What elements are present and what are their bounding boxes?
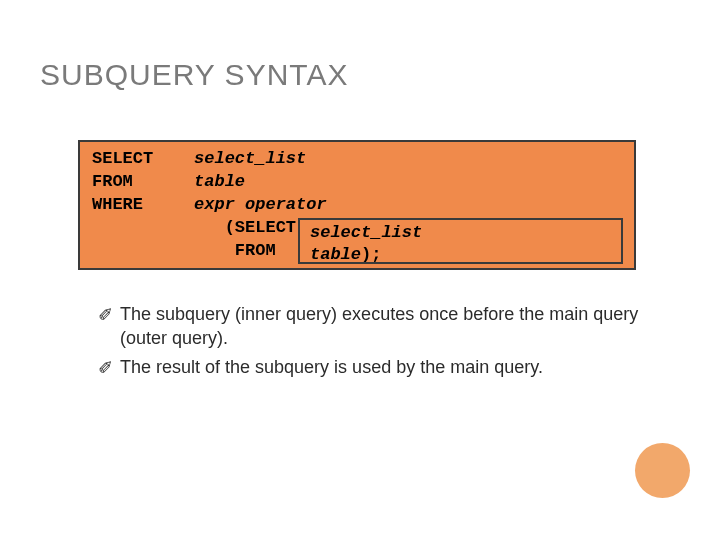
inner-code-text: select_list table); — [310, 222, 422, 266]
kw-where: WHERE — [92, 195, 143, 214]
kw-inner-select: SELECT — [235, 218, 296, 237]
code-block-outer: SELECT select_list FROM table WHERE expr… — [78, 140, 636, 270]
it-expr-operator: expr operator — [194, 195, 327, 214]
bullet-icon: ✐ — [98, 303, 113, 327]
bullet-1-text: The subquery (inner query) executes once… — [120, 304, 638, 348]
code-block-inner: select_list table); — [298, 218, 623, 264]
inner-tail: ); — [361, 245, 381, 264]
page-title: SUBQUERY SYNTAX — [40, 58, 348, 92]
decorative-circle — [635, 443, 690, 498]
it-table: table — [194, 172, 245, 191]
kw-from: FROM — [92, 172, 133, 191]
bullet-2-text: The result of the subquery is used by th… — [120, 357, 543, 377]
paren-open: ( — [225, 218, 235, 237]
kw-select: SELECT — [92, 149, 153, 168]
kw-inner-from: FROM — [235, 241, 276, 260]
it-select-list: select_list — [194, 149, 306, 168]
it-inner-table: table — [310, 245, 361, 264]
bullet-2: ✐ The result of the subquery is used by … — [98, 355, 642, 379]
it-inner-select-list: select_list — [310, 223, 422, 242]
bullet-icon: ✐ — [98, 356, 113, 380]
outer-code-text: SELECT select_list FROM table WHERE expr… — [92, 148, 327, 263]
bullet-1: ✐ The subquery (inner query) executes on… — [98, 302, 642, 351]
bullets: ✐ The subquery (inner query) executes on… — [98, 302, 642, 383]
